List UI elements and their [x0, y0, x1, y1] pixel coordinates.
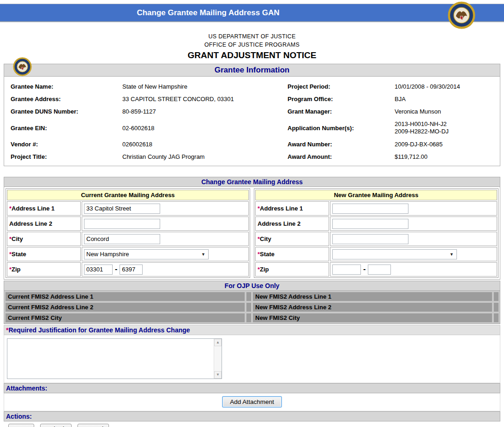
new-zip-label: *Zip	[255, 262, 329, 277]
justification-label-text: Required Justification for Grantee Maili…	[8, 326, 190, 334]
actions-body: Save Submit Cancel	[4, 421, 500, 427]
new-zip4-input[interactable]	[368, 265, 391, 275]
new-city-row: *City	[255, 232, 497, 246]
current-city-input[interactable]	[84, 234, 160, 244]
current-address2-row: Address Line 2	[7, 217, 249, 231]
textarea-scrollbar[interactable]: ▲ ▼	[214, 339, 222, 379]
doj-seal-small-icon	[13, 57, 32, 76]
new-state-label: *State	[255, 247, 329, 261]
department-line: US DEPARTMENT OF JUSTICE	[0, 32, 504, 41]
title-bar-background: Change Grantee Mailing Address GAN	[0, 4, 504, 22]
scroll-down-icon[interactable]: ▼	[214, 371, 222, 379]
fmis-spacer-cell	[493, 292, 499, 301]
fmis-row-3: Current FMIS2 City New FMIS2 City	[5, 313, 499, 323]
current-fmis2-address2-label: Current FMIS2 Address Line 2	[5, 302, 245, 312]
grant-manager-label: Grant Manager:	[288, 108, 395, 115]
new-address2-label: Address Line 2	[255, 217, 329, 231]
fmis-row-2: Current FMIS2 Address Line 2 New FMIS2 A…	[5, 302, 499, 312]
program-office-value: BJA	[395, 96, 500, 102]
current-state-select[interactable]: New Hampshire ▼	[84, 249, 209, 259]
info-row-ein: Grantee EIN: 02-6002618 Application Numb…	[4, 118, 500, 138]
grantee-address-label: Grantee Address:	[11, 96, 122, 102]
current-zip-label-text: Zip	[12, 266, 21, 273]
current-fmis2-address1-label: Current FMIS2 Address Line 1	[5, 292, 245, 301]
chevron-down-icon: ▼	[450, 252, 455, 257]
new-address2-label-text: Address Line 2	[258, 220, 300, 227]
mailing-address-panels: Current Grantee Mailing Address *Address…	[4, 187, 500, 280]
grantee-ein-value: 02-6002618	[122, 125, 288, 132]
current-state-select-value: New Hampshire	[86, 251, 201, 258]
current-address-panel: Current Grantee Mailing Address *Address…	[6, 188, 250, 278]
grantee-information-section: Grantee Information Grantee Name: State …	[4, 64, 500, 166]
info-row-vendor: Vendor #: 026002618 Award Number: 2009-D…	[4, 138, 500, 150]
program-office-label: Program Office:	[288, 96, 395, 102]
new-state-select[interactable]: ▼	[332, 249, 457, 259]
current-address2-label: Address Line 2	[7, 217, 81, 231]
attachments-body: Add Attachment	[4, 393, 500, 411]
fmis-spacer-cell	[493, 302, 499, 312]
grantee-duns-value: 80-859-1127	[122, 108, 288, 115]
grant-manager-value: Veronica Munson	[395, 108, 500, 115]
current-state-label: *State	[7, 247, 81, 261]
cancel-button[interactable]: Cancel	[78, 424, 109, 427]
new-zip-label-text: Zip	[260, 266, 269, 273]
fmis-spacer-cell	[246, 302, 252, 312]
grantee-name-value: State of New Hampshire	[122, 83, 288, 90]
new-address2-input[interactable]	[332, 219, 408, 229]
current-zip5-input[interactable]	[84, 265, 113, 275]
current-address1-input[interactable]	[84, 204, 160, 214]
project-title-label: Project Title:	[11, 153, 122, 160]
project-period-value: 10/01/2008 - 09/30/2014	[395, 83, 500, 90]
gan-title: GRANT ADJUSTMENT NOTICE	[0, 50, 504, 61]
scroll-up-icon[interactable]: ▲	[214, 339, 222, 346]
mailing-address-section-header: Change Grantee Mailing Address	[4, 177, 500, 187]
new-address1-input[interactable]	[332, 204, 408, 214]
new-fmis2-city-label: New FMIS2 City	[252, 313, 492, 323]
info-row-grantee-name: Grantee Name: State of New Hampshire Pro…	[4, 80, 500, 93]
grantee-duns-label: Grantee DUNS Number:	[11, 108, 122, 115]
vendor-number-label: Vendor #:	[11, 141, 122, 148]
justification-section: *Required Justification for Grantee Mail…	[4, 325, 500, 383]
title-bar: Change Grantee Mailing Address GAN	[0, 4, 504, 22]
add-attachment-button[interactable]: Add Attachment	[222, 396, 282, 408]
page-title: Change Grantee Mailing Address GAN	[0, 8, 504, 18]
new-address-panel: New Grantee Mailing Address *Address Lin…	[254, 188, 498, 278]
office-line: OFFICE OF JUSTICE PROGRAMS	[0, 41, 504, 49]
info-row-project-title: Project Title: Christian County JAG Prog…	[4, 150, 500, 163]
current-zip4-input[interactable]	[120, 265, 143, 275]
new-zip5-input[interactable]	[332, 265, 361, 275]
current-city-label-text: City	[12, 235, 23, 242]
zip-separator: -	[115, 265, 117, 273]
project-title-value: Christian County JAG Program	[122, 153, 288, 160]
new-fmis2-address1-label: New FMIS2 Address Line 1	[252, 292, 492, 301]
fmis-spacer-cell	[246, 292, 252, 301]
current-zip-label: *Zip	[7, 262, 81, 277]
attachments-header: Attachments:	[4, 383, 500, 393]
new-address-panel-header: New Grantee Mailing Address	[255, 190, 497, 200]
submit-button[interactable]: Submit	[40, 424, 72, 427]
justification-textarea[interactable]: ▲ ▼	[7, 338, 222, 379]
new-city-input[interactable]	[332, 234, 408, 244]
new-state-label-text: State	[260, 251, 275, 258]
current-address2-label-text: Address Line 2	[9, 220, 52, 227]
current-city-label: *City	[7, 232, 81, 246]
current-fmis2-city-label: Current FMIS2 City	[5, 313, 245, 323]
application-number-1: 2013-H0010-NH-J2	[395, 120, 500, 128]
application-numbers-label: Application Number(s):	[288, 125, 395, 132]
award-amount-value: $119,712.00	[395, 153, 500, 160]
new-address1-label-text: Address Line 1	[260, 205, 303, 212]
current-state-label-text: State	[12, 251, 26, 258]
mailing-address-section: Change Grantee Mailing Address Current G…	[4, 177, 500, 280]
new-address1-row: *Address Line 1	[255, 201, 497, 216]
actions-section: Actions: Save Submit Cancel	[4, 411, 500, 427]
application-number-2: 2009-H2822-MO-DJ	[395, 128, 500, 135]
ojp-use-only-header: For OJP Use Only	[4, 281, 500, 291]
fmis-grid: Current FMIS2 Address Line 1 New FMIS2 A…	[4, 291, 500, 324]
save-button[interactable]: Save	[8, 424, 34, 427]
doj-seal-icon	[448, 1, 475, 29]
new-address2-row: Address Line 2	[255, 217, 497, 231]
justification-textarea-text[interactable]	[7, 339, 214, 379]
fmis-row-1: Current FMIS2 Address Line 1 New FMIS2 A…	[5, 292, 499, 301]
current-address2-input[interactable]	[84, 219, 160, 229]
new-state-row: *State ▼	[255, 247, 497, 261]
